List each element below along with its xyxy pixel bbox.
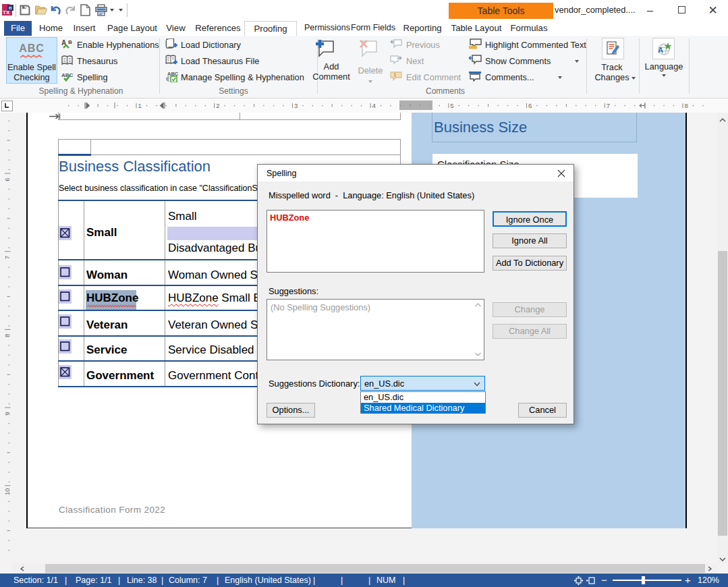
svg-text:6: 6 [528, 102, 532, 109]
svg-text:n: n [9, 5, 11, 10]
svg-text:7: 7 [3, 256, 11, 259]
svg-text:4: 4 [372, 102, 376, 109]
svg-text:6: 6 [3, 177, 11, 181]
svg-text:1: 1 [138, 102, 142, 109]
svg-text:10: 10 [3, 488, 11, 496]
svg-text:8: 8 [3, 334, 11, 337]
svg-text:9: 9 [3, 412, 11, 415]
svg-text:5: 5 [450, 102, 453, 109]
svg-text:2: 2 [216, 102, 219, 109]
svg-text:8: 8 [684, 102, 688, 109]
svg-text:A: A [658, 46, 663, 54]
svg-text:B: B [68, 39, 72, 45]
svg-text:3: 3 [294, 102, 298, 109]
svg-text:7: 7 [607, 102, 610, 109]
svg-text:I: I [394, 72, 396, 78]
